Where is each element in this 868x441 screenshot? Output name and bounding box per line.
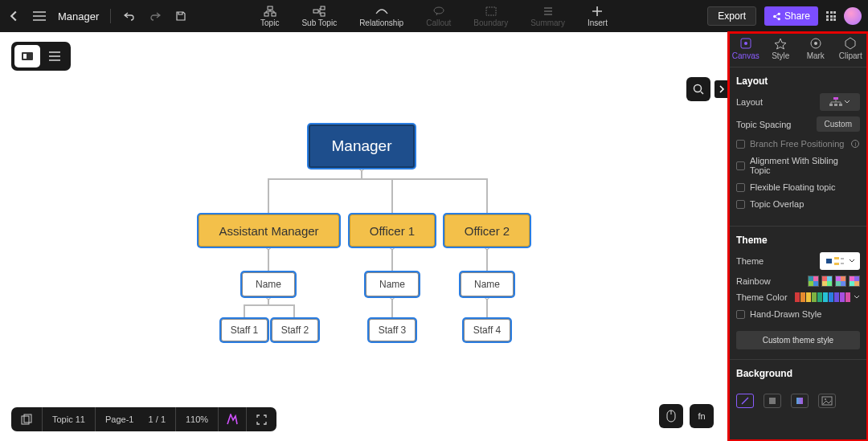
topic-count[interactable]: Topic 11: [43, 407, 96, 431]
diagram-node[interactable]: Staff 2: [272, 319, 318, 341]
brand-button[interactable]: [219, 407, 247, 431]
rainbow-swatch[interactable]: [821, 276, 833, 287]
divider: [110, 9, 111, 23]
mark-icon: [809, 37, 822, 50]
background-options: [728, 389, 868, 413]
search-button[interactable]: [686, 77, 710, 101]
svg-point-6: [434, 7, 444, 14]
diagram-node[interactable]: Staff 3: [369, 319, 416, 341]
fullscreen-button[interactable]: [247, 407, 276, 431]
tool-relationship[interactable]: Relationship: [356, 3, 407, 29]
clipart-icon: [844, 37, 857, 50]
svg-rect-0: [268, 6, 272, 10]
info-icon[interactable]: i: [851, 140, 859, 148]
rainbow-swatch[interactable]: [849, 276, 860, 287]
apps-icon[interactable]: [826, 11, 836, 21]
svg-rect-27: [834, 257, 839, 259]
rainbow-swatch[interactable]: [808, 276, 819, 287]
layout-heading: Layout: [736, 76, 860, 87]
canvas-area[interactable]: Manager Assistant Manager Officer 1 Offi…: [0, 32, 728, 441]
bg-gradient[interactable]: [791, 394, 809, 408]
tool-summary[interactable]: Summary: [527, 3, 568, 29]
custom-theme-button[interactable]: Custom theme style: [736, 331, 860, 349]
mouse-mode-button[interactable]: [659, 404, 683, 428]
chevron-down-icon[interactable]: [854, 295, 860, 300]
svg-point-19: [744, 42, 747, 45]
top-bar: Manager Topic Sub Topic Relationship Cal…: [0, 0, 868, 32]
tool-subtopic[interactable]: Sub Topic: [298, 3, 340, 29]
zoom-level[interactable]: 110%: [176, 407, 219, 431]
svg-rect-33: [796, 398, 803, 404]
canvas-icon: [739, 37, 752, 50]
svg-rect-22: [833, 97, 838, 100]
avatar[interactable]: [844, 7, 862, 25]
diagram-node[interactable]: Name: [242, 272, 295, 296]
theme-selector[interactable]: [820, 252, 860, 270]
rainbow-swatch[interactable]: [835, 276, 846, 287]
panel-collapse-icon[interactable]: [714, 80, 729, 98]
layout-selector[interactable]: [820, 93, 860, 111]
tab-canvas[interactable]: Canvas: [728, 37, 764, 60]
view-outline-button[interactable]: [42, 45, 68, 67]
save-icon[interactable]: [174, 9, 188, 23]
undo-icon[interactable]: [122, 9, 137, 23]
svg-rect-26: [826, 259, 832, 263]
svg-point-21: [814, 42, 817, 45]
bg-image[interactable]: [818, 394, 836, 408]
fn-button[interactable]: fn: [690, 404, 714, 428]
page-indicator[interactable]: Page-1 1 / 1: [96, 407, 176, 431]
back-icon[interactable]: [6, 9, 21, 23]
diagram-node-root[interactable]: Manager: [309, 125, 415, 168]
document-title[interactable]: Manager: [58, 10, 99, 22]
tab-clipart[interactable]: Clipart: [833, 37, 869, 60]
theme-section: Theme Theme Rainbow Theme Color Hand-Dra…: [728, 227, 868, 360]
svg-point-10: [778, 18, 780, 20]
tab-mark[interactable]: Mark: [798, 37, 833, 60]
svg-rect-7: [486, 7, 496, 15]
svg-rect-12: [23, 54, 27, 59]
checkbox-flexible-floating[interactable]: Flexible Floating topic: [736, 182, 860, 192]
properties-panel: Canvas Style Mark Clipart Layout Layout …: [728, 32, 868, 441]
checkbox-align-sibling[interactable]: Alignment With Sibling Topic: [736, 156, 860, 175]
view-card-button[interactable]: [14, 45, 40, 67]
diagram-node[interactable]: Staff 1: [221, 319, 268, 341]
theme-color-strip[interactable]: [795, 292, 850, 302]
theme-color-label: Theme Color: [736, 292, 788, 302]
pages-button[interactable]: [11, 407, 43, 431]
svg-rect-23: [829, 104, 833, 106]
diagram-node[interactable]: Officer 2: [444, 214, 530, 247]
tab-style[interactable]: Style: [764, 37, 799, 60]
topic-spacing-button[interactable]: Custom: [817, 116, 860, 132]
diagram-node[interactable]: Staff 4: [464, 319, 510, 341]
export-button[interactable]: Export: [707, 6, 756, 26]
svg-point-9: [773, 14, 776, 17]
svg-rect-1: [264, 13, 268, 16]
view-toggle: [11, 42, 71, 71]
svg-point-13: [694, 85, 702, 92]
svg-rect-24: [834, 104, 837, 106]
svg-rect-30: [841, 263, 844, 264]
svg-point-35: [825, 398, 826, 400]
tool-insert[interactable]: Insert: [584, 3, 611, 29]
menu-icon[interactable]: [32, 9, 47, 23]
diagram-node[interactable]: Name: [366, 272, 419, 296]
redo-icon[interactable]: [148, 9, 162, 23]
tool-topic[interactable]: Topic: [257, 3, 282, 29]
layout-section: Layout Layout Topic Spacing Custom Branc…: [728, 67, 868, 227]
diagram-node[interactable]: Officer 1: [350, 214, 435, 247]
checkbox-hand-drawn[interactable]: Hand-Drawn Style: [736, 309, 860, 319]
diagram-node[interactable]: Name: [461, 272, 514, 296]
share-icon: [772, 12, 781, 21]
chevron-down-icon: [844, 100, 850, 104]
share-button[interactable]: Share: [764, 6, 818, 26]
rainbow-swatches: [808, 276, 860, 287]
diagram-node[interactable]: Assistant Manager: [199, 214, 339, 247]
bg-solid[interactable]: [764, 394, 781, 408]
chevron-down-icon: [849, 259, 855, 263]
checkbox-topic-overlap[interactable]: Topic Overlap: [736, 199, 860, 209]
tool-boundary[interactable]: Boundary: [470, 3, 511, 29]
tool-callout[interactable]: Callout: [423, 3, 454, 29]
bg-none[interactable]: [736, 394, 754, 408]
checkbox-branch-free[interactable]: Branch Free Positioningi: [736, 139, 860, 149]
status-bar: Topic 11 Page-1 1 / 1 110%: [11, 407, 276, 431]
